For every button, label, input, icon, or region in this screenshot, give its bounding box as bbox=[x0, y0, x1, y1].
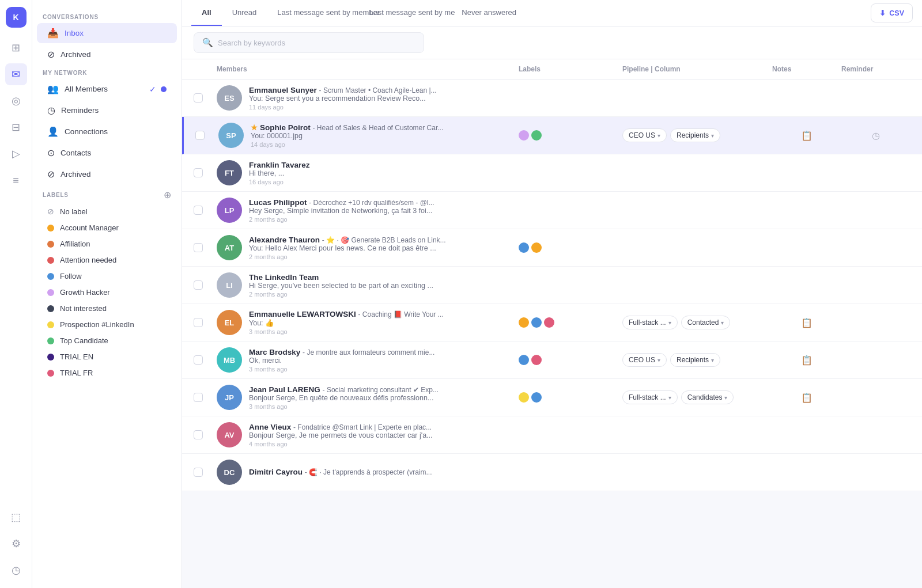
sidebar-item-archived[interactable]: ⊘ Archived bbox=[37, 44, 177, 65]
sidebar-item-all-members[interactable]: 👥 All Members ✓ bbox=[37, 79, 177, 99]
row-checkbox[interactable] bbox=[194, 280, 217, 290]
column-badge[interactable]: Candidates ▾ bbox=[681, 390, 734, 404]
reminder-icon[interactable]: ◷ bbox=[867, 127, 885, 144]
row-checkbox[interactable] bbox=[194, 243, 217, 252]
column-badge[interactable]: Contacted ▾ bbox=[681, 316, 731, 329]
kanban-icon[interactable]: ⊟ bbox=[5, 116, 27, 138]
home-icon[interactable]: ⊞ bbox=[5, 37, 27, 59]
table-row[interactable]: JP Jean Paul LARENG - Social marketing c… bbox=[182, 379, 922, 416]
avatar-initials: LI bbox=[226, 281, 233, 290]
sidebar-item-connections[interactable]: 👤 Connections bbox=[37, 122, 177, 142]
table-row[interactable]: LI The LinkedIn Team Hi Serge, you've be… bbox=[182, 267, 922, 304]
member-title: - Décrochez +10 rdv qualifiés/sem - @l..… bbox=[309, 199, 434, 207]
inbox-icon[interactable]: ✉ bbox=[5, 63, 27, 85]
schedule-icon[interactable]: ◷ bbox=[5, 559, 27, 581]
label-pill bbox=[519, 392, 529, 403]
sidebar-item-contacts[interactable]: ⊙ Contacts bbox=[37, 143, 177, 163]
sidebar-label-item[interactable]: Not interested bbox=[37, 301, 177, 316]
checkbox[interactable] bbox=[195, 131, 205, 140]
sidebar-label-item[interactable]: Growth Hacker bbox=[37, 284, 177, 300]
network-icon[interactable]: ◎ bbox=[5, 90, 27, 112]
sidebar-label-item[interactable]: Account Manager bbox=[37, 220, 177, 236]
sidebar-label-item[interactable]: Top Candidate bbox=[37, 333, 177, 348]
table-row[interactable]: LP Lucas Philippot - Décrochez +10 rdv q… bbox=[182, 192, 922, 229]
sidebar-label-item[interactable]: Prospection #LinkedIn bbox=[37, 317, 177, 332]
sidebar-item-network-archived[interactable]: ⊘ Archived bbox=[37, 164, 177, 184]
table-row[interactable]: ES Emmanuel Sunyer - Scrum Master • Coac… bbox=[182, 79, 922, 117]
member-preview: Bonjour Serge, Je me permets de vous con… bbox=[249, 431, 433, 439]
row-checkbox[interactable] bbox=[194, 93, 217, 103]
sidebar-label-item[interactable]: Attention needed bbox=[37, 252, 177, 268]
table-row[interactable]: EL Emmanuelle LEWARTOWSKI - Coaching 📕 W… bbox=[182, 304, 922, 342]
member-time: 11 days ago bbox=[249, 104, 437, 111]
pipeline-badge[interactable]: CEO US ▾ bbox=[622, 353, 667, 367]
avatar: JP bbox=[217, 385, 242, 410]
checkbox[interactable] bbox=[194, 206, 203, 215]
checkbox[interactable] bbox=[194, 468, 203, 477]
checkbox[interactable] bbox=[194, 243, 203, 252]
pipeline-badge[interactable]: Full-stack ... ▾ bbox=[622, 316, 678, 329]
tab-last_by_me[interactable]: Last message sent by me bbox=[359, 0, 451, 26]
notes-icon[interactable]: 📋 bbox=[798, 314, 815, 331]
sidebar-item-inbox[interactable]: 📥 Inbox bbox=[37, 23, 177, 43]
table-row[interactable]: DC Dimitri Cayrou - 🧲 · Je t'apprends à … bbox=[182, 454, 922, 491]
row-checkbox[interactable] bbox=[194, 355, 217, 365]
tab-last_by_member[interactable]: Last message sent by member bbox=[267, 0, 359, 26]
checkbox[interactable] bbox=[194, 355, 203, 365]
member-name: Emmanuel Sunyer - Scrum Master • Coach A… bbox=[249, 86, 437, 94]
video-icon[interactable]: ▷ bbox=[5, 143, 27, 165]
notes-icon[interactable]: 📋 bbox=[798, 351, 815, 369]
row-checkbox[interactable] bbox=[195, 131, 218, 140]
checkbox[interactable] bbox=[194, 318, 203, 327]
table-row[interactable]: FT Franklin Tavarez Hi there, ... 16 day… bbox=[182, 154, 922, 192]
header-pipeline: Pipeline | Column bbox=[622, 65, 772, 73]
pipeline-cell: Full-stack ... ▾ Candidates ▾ bbox=[622, 390, 772, 404]
sidebar-label-item[interactable]: TRIAL EN bbox=[37, 349, 177, 365]
search-input-wrap[interactable]: 🔍 bbox=[194, 32, 424, 53]
notes-icon[interactable]: 📋 bbox=[798, 389, 815, 406]
table-row[interactable]: AT Alexandre Thauron - ⭐ · 🎯 Generate B2… bbox=[182, 229, 922, 267]
checkbox[interactable] bbox=[194, 168, 203, 177]
billing-icon[interactable]: ⬚ bbox=[5, 506, 27, 528]
tab-unread[interactable]: Unread bbox=[222, 0, 267, 26]
notes-icon[interactable]: 📋 bbox=[798, 127, 815, 144]
avatar-initials: JP bbox=[225, 393, 234, 402]
column-badge[interactable]: Recipients ▾ bbox=[670, 353, 720, 367]
add-label-icon[interactable]: ⊕ bbox=[164, 189, 171, 200]
all-members-badge: ✓ bbox=[149, 85, 167, 94]
table-row[interactable]: SP ★Sophie Poirot - Head of Sales & Head… bbox=[182, 117, 922, 154]
row-checkbox[interactable] bbox=[194, 168, 217, 177]
sidebar-label-item[interactable]: ⊘No label bbox=[37, 203, 177, 219]
member-preview: Hey Serge, Simple invitation de Networki… bbox=[249, 207, 434, 215]
pipeline-badge[interactable]: CEO US ▾ bbox=[622, 128, 667, 142]
sidebar-label-item[interactable]: Follow bbox=[37, 268, 177, 284]
row-checkbox[interactable] bbox=[194, 206, 217, 215]
label-name: Not interested bbox=[60, 304, 107, 313]
sidebar-item-reminders[interactable]: ◷ Reminders bbox=[37, 100, 177, 120]
row-checkbox[interactable] bbox=[194, 430, 217, 439]
notes-icon[interactable]: ≡ bbox=[5, 169, 27, 191]
checkbox[interactable] bbox=[194, 93, 203, 103]
member-info: Alexandre Thauron - ⭐ · 🎯 Generate B2B L… bbox=[249, 236, 446, 260]
table-row[interactable]: MB Marc Brodsky - Je montre aux formateu… bbox=[182, 342, 922, 379]
settings-icon[interactable]: ⚙ bbox=[5, 533, 27, 555]
checkbox[interactable] bbox=[194, 393, 203, 402]
sidebar-label-item[interactable]: Affiliation bbox=[37, 236, 177, 252]
header-reminder: Reminder bbox=[841, 65, 910, 73]
row-checkbox[interactable] bbox=[194, 393, 217, 402]
labels-cell bbox=[519, 317, 622, 328]
sidebar-label-item[interactable]: TRIAL FR bbox=[37, 365, 177, 381]
search-input[interactable] bbox=[218, 39, 415, 47]
pipeline-badge[interactable]: Full-stack ... ▾ bbox=[622, 390, 678, 404]
checkbox[interactable] bbox=[194, 430, 203, 439]
connections-label: Connections bbox=[65, 127, 108, 136]
checkbox[interactable] bbox=[194, 280, 203, 290]
row-checkbox[interactable] bbox=[194, 468, 217, 477]
tab-all[interactable]: All bbox=[191, 0, 222, 26]
check-icon: ✓ bbox=[149, 85, 156, 94]
column-badge[interactable]: Recipients ▾ bbox=[670, 128, 720, 142]
csv-button[interactable]: ⬇ CSV bbox=[871, 3, 913, 22]
row-checkbox[interactable] bbox=[194, 318, 217, 327]
tab-never_answered[interactable]: Never answered bbox=[451, 0, 527, 26]
table-row[interactable]: AV Anne Vieux - Fondatrice @Smart Link |… bbox=[182, 416, 922, 454]
